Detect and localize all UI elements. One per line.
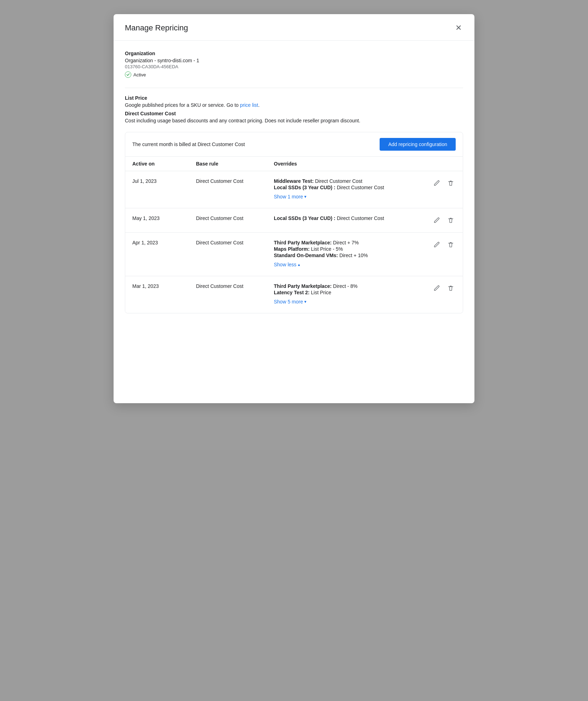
cell-overrides-4: Third Party Marketplace: Direct - 8% Lat… <box>274 283 427 306</box>
delete-button-3[interactable] <box>446 240 456 250</box>
close-icon: ✕ <box>455 24 462 32</box>
override-line: Maps Platform: List Price - 5% <box>274 246 427 252</box>
override-normal: Direct Customer Cost <box>314 178 363 184</box>
list-price-label: List Price <box>125 95 463 101</box>
col-header-active-on: Active on <box>132 161 196 167</box>
chevron-down-icon: ▾ <box>304 194 306 199</box>
modal-header: Manage Repricing ✕ <box>114 14 474 41</box>
col-header-overrides: Overrides <box>274 161 427 167</box>
close-button[interactable]: ✕ <box>454 23 463 33</box>
override-normal: Direct + 10% <box>338 253 368 258</box>
show-more-button-4[interactable]: Show 5 more ▾ <box>274 297 306 306</box>
direct-cost-desc: Cost including usage based discounts and… <box>125 118 463 123</box>
active-label: Active <box>133 72 146 77</box>
override-line: Middleware Test: Direct Customer Cost <box>274 178 427 184</box>
cell-date-2: May 1, 2023 <box>132 215 196 221</box>
override-normal: Direct - 8% <box>332 283 357 289</box>
billing-notice-row: The current month is billed at Direct Cu… <box>125 132 463 157</box>
col-header-base-rule: Base rule <box>196 161 274 167</box>
override-normal: Direct + 7% <box>332 240 359 245</box>
direct-cost-section: Direct Customer Cost Cost including usag… <box>125 111 463 123</box>
active-status: Active <box>125 71 463 78</box>
billing-notice-text: The current month is billed at Direct Cu… <box>132 141 245 147</box>
edit-button-4[interactable] <box>432 283 442 293</box>
override-bold: Maps Platform: <box>274 246 310 252</box>
override-bold: Local SSDs (3 Year CUD) : <box>274 215 335 221</box>
override-line: Third Party Marketplace: Direct + 7% <box>274 240 427 245</box>
cell-base-rule-1: Direct Customer Cost <box>196 178 274 184</box>
edit-icon <box>433 285 440 292</box>
organization-name: Organization - syntro-disti.com - 1 <box>125 58 463 63</box>
cell-actions-2 <box>427 215 456 225</box>
cell-actions-1 <box>427 178 456 188</box>
override-bold: Third Party Marketplace: <box>274 240 332 245</box>
delete-icon <box>447 241 454 248</box>
edit-icon <box>433 180 440 187</box>
col-header-actions <box>427 161 456 167</box>
cell-base-rule-3: Direct Customer Cost <box>196 240 274 245</box>
override-line: Local SSDs (3 Year CUD) : Direct Custome… <box>274 185 427 190</box>
table-row: May 1, 2023 Direct Customer Cost Local S… <box>125 208 463 233</box>
override-bold: Standard On-Demand VMs: <box>274 253 338 258</box>
override-bold: Middleware Test: <box>274 178 314 184</box>
list-price-suffix: . <box>258 102 260 108</box>
table-row: Apr 1, 2023 Direct Customer Cost Third P… <box>125 233 463 276</box>
override-line: Local SSDs (3 Year CUD) : Direct Custome… <box>274 215 427 221</box>
show-less-button-3[interactable]: Show less ▴ <box>274 260 300 269</box>
delete-button-4[interactable] <box>446 283 456 293</box>
edit-button-2[interactable] <box>432 215 442 225</box>
modal-backdrop: Manage Repricing ✕ Organization Organiza… <box>0 0 588 701</box>
delete-button-2[interactable] <box>446 215 456 225</box>
edit-button-3[interactable] <box>432 240 442 250</box>
cell-date-4: Mar 1, 2023 <box>132 283 196 289</box>
cell-base-rule-4: Direct Customer Cost <box>196 283 274 289</box>
show-less-label-3: Show less <box>274 262 296 267</box>
override-bold: Latency Test 2: <box>274 290 310 295</box>
cell-actions-4 <box>427 283 456 293</box>
edit-icon <box>433 241 440 248</box>
divider-1 <box>125 88 463 88</box>
delete-icon <box>447 285 454 292</box>
table-row: Jul 1, 2023 Direct Customer Cost Middlew… <box>125 171 463 208</box>
cell-actions-3 <box>427 240 456 250</box>
show-more-button-1[interactable]: Show 1 more ▾ <box>274 192 306 201</box>
price-list-link[interactable]: price list <box>240 102 258 108</box>
override-normal: List Price - 5% <box>310 246 343 252</box>
organization-section: Organization Organization - syntro-disti… <box>125 51 463 78</box>
direct-cost-label: Direct Customer Cost <box>125 111 463 116</box>
cell-date-3: Apr 1, 2023 <box>132 240 196 245</box>
organization-id: 013760-CA30DA-456EDA <box>125 64 463 69</box>
override-line: Standard On-Demand VMs: Direct + 10% <box>274 253 427 258</box>
edit-icon <box>433 217 440 224</box>
modal-title: Manage Repricing <box>125 23 188 33</box>
cell-date-1: Jul 1, 2023 <box>132 178 196 184</box>
delete-icon <box>447 217 454 224</box>
chevron-down-icon: ▾ <box>304 299 306 304</box>
override-bold: Third Party Marketplace: <box>274 283 332 289</box>
modal-body: Organization Organization - syntro-disti… <box>114 41 474 325</box>
show-more-label-1: Show 1 more <box>274 194 303 199</box>
chevron-up-icon: ▴ <box>298 262 300 267</box>
override-bold: Local SSDs (3 Year CUD) : <box>274 185 335 190</box>
list-price-desc: Google published prices for a SKU or ser… <box>125 102 463 108</box>
delete-button-1[interactable] <box>446 178 456 188</box>
organization-label: Organization <box>125 51 463 56</box>
override-line: Third Party Marketplace: Direct - 8% <box>274 283 427 289</box>
cell-overrides-2: Local SSDs (3 Year CUD) : Direct Custome… <box>274 215 427 222</box>
override-line: Latency Test 2: List Price <box>274 290 427 295</box>
override-normal: List Price <box>310 290 331 295</box>
show-more-label-4: Show 5 more <box>274 299 303 305</box>
repricing-table: Active on Base rule Overrides Jul 1, 202… <box>125 157 463 313</box>
table-row: Mar 1, 2023 Direct Customer Cost Third P… <box>125 276 463 313</box>
list-price-section: List Price Google published prices for a… <box>125 95 463 108</box>
table-header-row: Active on Base rule Overrides <box>125 157 463 171</box>
check-circle-icon <box>125 71 131 78</box>
manage-repricing-modal: Manage Repricing ✕ Organization Organiza… <box>114 14 474 403</box>
add-repricing-button[interactable]: Add repricing configuration <box>380 138 456 151</box>
edit-button-1[interactable] <box>432 178 442 188</box>
delete-icon <box>447 180 454 187</box>
override-normal: Direct Customer Cost <box>335 215 384 221</box>
cell-overrides-3: Third Party Marketplace: Direct + 7% Map… <box>274 240 427 269</box>
list-price-text: Google published prices for a SKU or ser… <box>125 102 240 108</box>
cell-overrides-1: Middleware Test: Direct Customer Cost Lo… <box>274 178 427 201</box>
